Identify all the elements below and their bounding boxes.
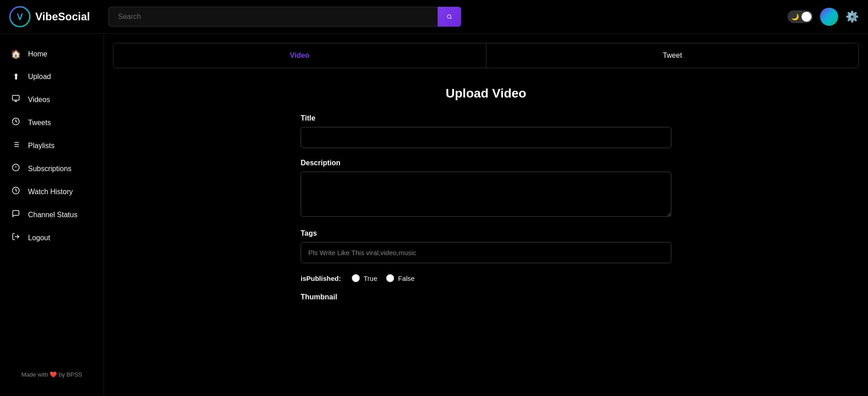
- published-true-option[interactable]: True: [352, 274, 377, 282]
- description-form-group: Description: [301, 159, 671, 219]
- description-input[interactable]: [301, 172, 671, 217]
- settings-icon[interactable]: ⚙️: [845, 10, 859, 23]
- main-content: Video Tweet Upload Video Title Descripti…: [104, 34, 868, 396]
- home-icon: 🏠: [11, 49, 21, 59]
- upload-icon: ⬆: [11, 72, 21, 82]
- svg-point-2: [448, 15, 451, 19]
- sidebar-item-label: Upload: [28, 73, 51, 81]
- sidebar-item-label: Tweets: [28, 119, 51, 127]
- vibesocial-logo[interactable]: V: [9, 6, 31, 28]
- sidebar-item-videos[interactable]: Videos: [0, 88, 104, 111]
- sidebar-item-subscriptions[interactable]: Subscriptions: [0, 157, 104, 180]
- playlists-icon: [11, 140, 21, 151]
- toggle-knob: [802, 12, 811, 22]
- tweets-icon: [11, 117, 21, 128]
- app-name: VibeSocial: [35, 10, 90, 23]
- search-button[interactable]: [438, 7, 461, 27]
- published-true-label: True: [363, 275, 377, 282]
- tab-tweet[interactable]: Tweet: [486, 43, 859, 68]
- is-published-label: isPublished:: [301, 275, 341, 282]
- tab-video[interactable]: Video: [113, 43, 486, 68]
- is-published-group: isPublished: True False: [301, 274, 671, 282]
- title-form-group: Title: [301, 114, 671, 148]
- sidebar-item-label: Watch History: [28, 188, 73, 196]
- logo-area: V VibeSocial: [9, 6, 99, 28]
- published-false-option[interactable]: False: [386, 274, 415, 282]
- sidebar-item-label: Videos: [28, 96, 50, 104]
- search-input[interactable]: [108, 7, 438, 27]
- svg-text:V: V: [17, 12, 23, 22]
- tags-form-group: Tags: [301, 229, 671, 263]
- main-layout: 🏠 Home ⬆ Upload Videos: [0, 34, 868, 396]
- published-false-radio[interactable]: [386, 274, 394, 282]
- sidebar-item-playlists[interactable]: Playlists: [0, 134, 104, 157]
- subscriptions-icon: [11, 163, 21, 174]
- thumbnail-label: Thumbnail: [301, 293, 671, 301]
- tags-label: Tags: [301, 229, 671, 238]
- dark-mode-toggle[interactable]: 🌙: [788, 10, 813, 23]
- svg-rect-4: [13, 95, 19, 100]
- sidebar-item-channel-status[interactable]: Channel Status: [0, 203, 104, 226]
- moon-icon: 🌙: [791, 13, 799, 20]
- tabs-container: Video Tweet: [113, 43, 859, 68]
- thumbnail-form-group: Thumbnail: [301, 293, 671, 301]
- sidebar-item-logout[interactable]: Logout: [0, 226, 104, 249]
- sidebar-item-label: Subscriptions: [28, 165, 71, 173]
- svg-line-3: [450, 18, 451, 19]
- header: V VibeSocial 🌙 ⚙️: [0, 0, 868, 34]
- sidebar-item-upload[interactable]: ⬆ Upload: [0, 65, 104, 88]
- sidebar-item-label: Playlists: [28, 142, 55, 150]
- sidebar-item-label: Home: [28, 50, 47, 58]
- search-container: [108, 7, 461, 27]
- avatar[interactable]: [820, 8, 838, 26]
- sidebar-footer: Made with ❤️ by BPSS: [0, 362, 104, 387]
- sidebar-item-watch-history[interactable]: Watch History: [0, 180, 104, 203]
- channel-status-icon: [11, 210, 21, 220]
- title-input[interactable]: [301, 127, 671, 148]
- logout-icon: [11, 233, 21, 243]
- published-true-radio[interactable]: [352, 274, 360, 282]
- tags-input[interactable]: [301, 242, 671, 263]
- sidebar-item-home[interactable]: 🏠 Home: [0, 43, 104, 65]
- search-icon: [447, 12, 452, 21]
- upload-title: Upload Video: [301, 86, 671, 101]
- title-label: Title: [301, 114, 671, 122]
- sidebar-item-label: Logout: [28, 234, 50, 242]
- published-false-label: False: [398, 275, 415, 282]
- sidebar-item-tweets[interactable]: Tweets: [0, 111, 104, 134]
- sidebar-item-label: Channel Status: [28, 211, 77, 219]
- videos-icon: [11, 94, 21, 105]
- upload-form: Upload Video Title Description Tags isPu…: [301, 77, 671, 321]
- sidebar: 🏠 Home ⬆ Upload Videos: [0, 34, 104, 396]
- footer-text: Made with ❤️ by BPSS: [21, 371, 82, 378]
- watch-history-icon: [11, 186, 21, 197]
- description-label: Description: [301, 159, 671, 167]
- heart-icon: ❤️: [50, 371, 57, 378]
- header-right: 🌙 ⚙️: [788, 8, 859, 26]
